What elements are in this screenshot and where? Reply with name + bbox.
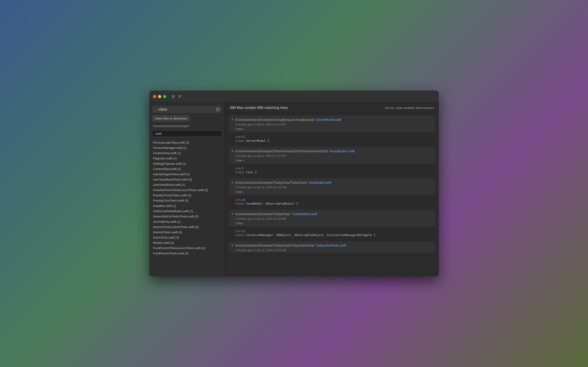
title-bar: ⊞ ⚙ bbox=[149, 91, 439, 102]
file-path-filename: TestWeather.swift bbox=[292, 212, 317, 216]
list-item[interactable]: SettingsPopover.swift (1) bbox=[152, 161, 222, 166]
file-path-prefix: /Users/andrewo/Developer/TodayView/ bbox=[235, 212, 291, 216]
code-line: class Cool { bbox=[235, 170, 432, 174]
sort-arrow-icon: ▾ bbox=[432, 106, 434, 110]
sidebar: ⌕ ✕ Select files or directories /Users/a… bbox=[149, 102, 225, 276]
list-item[interactable]: ContentView.swift (1) bbox=[152, 150, 222, 156]
lines-chevron-icon: ▾ bbox=[243, 128, 244, 131]
directory-path: /Users/andrewo/Developer/ bbox=[152, 124, 222, 128]
list-item[interactable]: Paginator.swift (1) bbox=[152, 156, 222, 161]
file-meta: 3 months ago on May 6, 2024 at 5:34 PM bbox=[229, 123, 435, 127]
file-header[interactable]: ▼ /Users/andrewo/Developer/SharedViews20… bbox=[229, 147, 435, 154]
results-list: ▼ /Users/andrewo/Developer/UsingBonjour/… bbox=[225, 113, 439, 276]
lines-chevron-icon: ▾ bbox=[243, 222, 244, 225]
code-block: Line 8 class Cool { bbox=[229, 164, 435, 176]
list-item[interactable]: FoodFactsUITestsLaunchTests.swift (2) bbox=[152, 245, 222, 251]
code-block: Line 15 class ServerModel { bbox=[229, 133, 435, 145]
collapse-icon: ▼ bbox=[231, 150, 234, 153]
list-item[interactable]: ProcessManager.swift (1) bbox=[152, 145, 222, 150]
collapse-icon: ▼ bbox=[231, 118, 234, 121]
app-window: ⊞ ⚙ ⌕ ✕ Select files or directories /Use… bbox=[149, 91, 439, 276]
list-item[interactable]: Deadline.swift (1) bbox=[152, 203, 222, 209]
lines-count: 1 line bbox=[235, 159, 242, 162]
list-item[interactable]: StreamBarForTwitchTests.swift (3) bbox=[152, 214, 222, 219]
file-meta: 3 months ago on May 4, 2024 at 7:37 PM bbox=[229, 154, 435, 158]
select-files-button[interactable]: Select files or directories bbox=[152, 115, 190, 122]
result-card: ▼ /Users/andrewo/Developer/UsingBonjour/… bbox=[229, 116, 435, 145]
list-item[interactable]: FriendlyTimeUITests.swift (3) bbox=[152, 193, 222, 198]
close-button[interactable] bbox=[153, 95, 156, 98]
search-input[interactable] bbox=[158, 107, 214, 112]
lines-chevron-icon: ▾ bbox=[243, 159, 244, 162]
file-header[interactable]: ▼ /Users/andrewo/Developer/TodayView/Tod… bbox=[229, 241, 435, 248]
lines-count: 1 line bbox=[235, 127, 242, 131]
file-meta: 4 months ago on Apr 24, 2024 at 5:30 AM bbox=[229, 217, 435, 221]
file-header[interactable]: ▼ /Users/andrewo/Developer/TodayView/Tod… bbox=[229, 178, 435, 185]
list-item[interactable]: DiarioUITests.swift (3) bbox=[152, 230, 222, 235]
search-box: ⌕ ✕ bbox=[152, 106, 222, 113]
result-card: ▼ /Users/andrewo/Developer/SharedViews20… bbox=[229, 147, 435, 176]
settings-icon[interactable]: ⚙ bbox=[178, 94, 181, 99]
collapse-icon: ▼ bbox=[231, 212, 234, 216]
search-icon: ⌕ bbox=[154, 108, 156, 111]
traffic-lights bbox=[153, 95, 166, 98]
code-line: class ServerModel { bbox=[235, 139, 432, 142]
sort-dropdown[interactable]: Sort by: Date modified, Most recent ▾ bbox=[385, 106, 434, 110]
sort-label: Sort by: Date modified, Most recent bbox=[385, 106, 432, 110]
minimize-button[interactable] bbox=[158, 95, 161, 98]
file-path-prefix: /Users/andrewo/Developer/TodayView/Today… bbox=[235, 181, 307, 184]
title-icons: ⊞ ⚙ bbox=[172, 94, 181, 99]
list-item[interactable]: JournalEntry.swift (1) bbox=[152, 219, 222, 224]
code-block: Line 23 class ViewModel: ObservableObjec… bbox=[229, 195, 435, 208]
code-line-number: Line 23 bbox=[235, 198, 432, 201]
file-meta: 4 months ago on Apr 24, 2024 at 4:53 AM bbox=[229, 248, 435, 253]
search-clear-button[interactable]: ✕ bbox=[216, 107, 220, 111]
list-item[interactable]: Models.swift (2) bbox=[152, 240, 222, 245]
collapse-icon: ▼ bbox=[231, 244, 234, 247]
list-item[interactable]: FoodFactsUITests.swift (3) bbox=[152, 251, 222, 256]
sidebar-toggle-icon[interactable]: ⊞ bbox=[172, 94, 175, 99]
list-item[interactable]: UserViewModelTests.swift (3) bbox=[152, 177, 222, 182]
maximize-button[interactable] bbox=[163, 95, 166, 98]
file-path-filename: AsyncButton.swift bbox=[329, 149, 355, 153]
results-panel: 499 files contain 806 matching lines Sor… bbox=[225, 102, 439, 276]
code-line-number: Line 8 bbox=[235, 167, 432, 170]
collapse-icon: ▼ bbox=[231, 181, 234, 184]
list-item[interactable]: FriendlyTimeUITestsLaunchTests.swift (2) bbox=[152, 187, 222, 193]
list-item[interactable]: ProcessLogicTests.swift (3) bbox=[152, 140, 222, 145]
file-lines-info[interactable]: 1 line ▾ bbox=[229, 158, 435, 164]
code-line-number: Line 15 bbox=[235, 135, 432, 139]
file-path-filename: TodayViewTests.swift bbox=[316, 244, 346, 247]
main-content: ⌕ ✕ Select files or directories /Users/a… bbox=[149, 102, 439, 276]
file-header[interactable]: ▼ /Users/andrewo/Developer/UsingBonjour/… bbox=[229, 116, 435, 123]
list-item[interactable]: FriendlyTimeTests.swift (3) bbox=[152, 198, 222, 203]
lines-count: 1 line bbox=[235, 190, 242, 194]
list-item[interactable]: InjectedAppKitView.swift (1) bbox=[152, 172, 222, 177]
list-item[interactable]: AuthorizedViewModel.swift (1) bbox=[152, 209, 222, 214]
file-path-prefix: /Users/andrewo/Developer/SharedViews2024… bbox=[235, 149, 328, 153]
result-card: ▼ /Users/andrewo/Developer/TodayView/Tod… bbox=[229, 178, 435, 208]
file-header[interactable]: ▼ /Users/andrewo/Developer/TodayView/Tes… bbox=[229, 210, 435, 217]
file-path-filename: ServerModel.swift bbox=[316, 118, 341, 122]
file-lines-info[interactable]: 1 line ▾ bbox=[229, 127, 435, 133]
list-item[interactable]: UserViewModel.swift (1) bbox=[152, 182, 222, 187]
results-header: 499 files contain 806 matching lines Sor… bbox=[225, 102, 439, 113]
filter-input[interactable] bbox=[152, 131, 222, 137]
file-list: ProcessLogicTests.swift (3) ProcessManag… bbox=[152, 140, 222, 256]
code-line: class LocationManager: NSObject, Observa… bbox=[235, 233, 432, 237]
list-item[interactable]: DiarioTests.swift (3) bbox=[152, 235, 222, 240]
file-path-filename: ViewModel.swift bbox=[308, 181, 331, 184]
file-path-prefix: /Users/andrewo/Developer/TodayView/Today… bbox=[235, 244, 314, 247]
lines-count: 1 line bbox=[235, 222, 242, 225]
list-item[interactable]: ContentView.swift (1) bbox=[152, 166, 222, 172]
result-card: ▼ /Users/andrewo/Developer/TodayView/Tes… bbox=[229, 210, 435, 239]
file-lines-info[interactable]: 1 line ▾ bbox=[229, 190, 435, 195]
file-meta: 4 months ago on Apr 24, 2024 at 4:00 PM bbox=[229, 185, 435, 190]
code-line-number: Line 12 bbox=[235, 229, 432, 233]
results-summary: 499 files contain 806 matching lines bbox=[230, 106, 288, 110]
file-path-prefix: /Users/andrewo/Developer/UsingBonjour/Us… bbox=[235, 118, 315, 122]
result-card: ▼ /Users/andrewo/Developer/TodayView/Tod… bbox=[229, 241, 435, 253]
file-lines-info[interactable]: 1 line ▾ bbox=[229, 221, 435, 227]
list-item[interactable]: DiarioUITestsLaunchTests.swift (2) bbox=[152, 224, 222, 230]
lines-chevron-icon: ▾ bbox=[243, 191, 244, 194]
